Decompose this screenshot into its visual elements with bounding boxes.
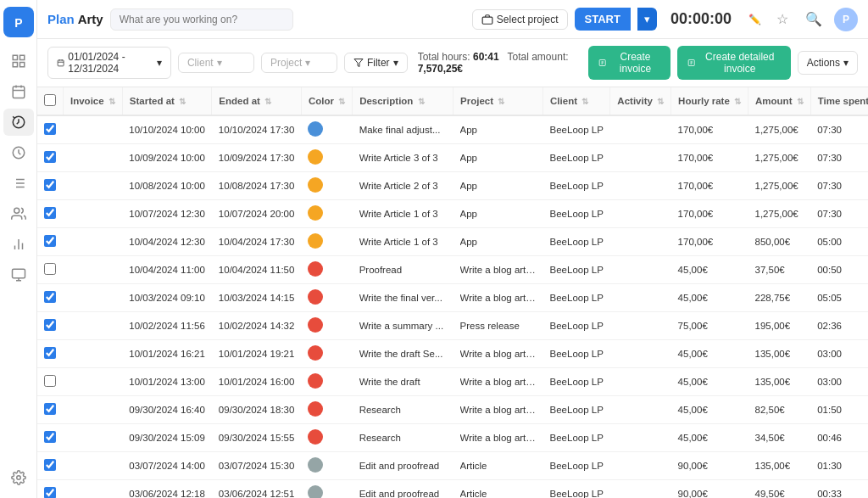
sidebar-item-history[interactable]: [3, 109, 34, 136]
search-icon[interactable]: 🔍: [800, 6, 827, 32]
row-client-1: BeeLoop LP: [543, 144, 610, 172]
svg-marker-32: [354, 59, 363, 67]
row-checkbox-cell-0[interactable]: [37, 115, 64, 144]
col-header-client[interactable]: Client ⇅: [543, 87, 610, 115]
col-header-project[interactable]: Project ⇅: [453, 87, 543, 115]
select-project-label: Select project: [497, 14, 559, 25]
row-checkbox-cell-11[interactable]: [37, 424, 64, 452]
row-checkbox-cell-3[interactable]: [37, 200, 64, 228]
actions-button[interactable]: Actions ▾: [798, 51, 858, 75]
row-checkbox-7[interactable]: [44, 319, 56, 331]
row-started-9: 10/01/2024 13:00: [122, 368, 212, 396]
row-checkbox-10[interactable]: [44, 403, 56, 415]
sidebar-item-people[interactable]: [3, 200, 34, 227]
star-icon[interactable]: ☆: [771, 6, 793, 32]
select-all-checkbox[interactable]: [44, 94, 56, 106]
row-project-6: Write a blog article about dog food: [453, 284, 543, 312]
sidebar-logo[interactable]: P: [3, 7, 34, 37]
logo-arty-text: Arty: [78, 12, 103, 26]
row-checkbox-9[interactable]: [44, 375, 56, 387]
sidebar-item-monitor[interactable]: [3, 261, 34, 288]
project-filter[interactable]: Project ▾: [261, 53, 337, 73]
timer-display: 00:00:00: [664, 10, 738, 28]
table-row: 03/07/2024 14:00 03/07/2024 15:30 Edit a…: [37, 452, 868, 480]
col-header-description[interactable]: Description ⇅: [353, 87, 453, 115]
search-input[interactable]: [110, 8, 294, 31]
row-checkbox-cell-10[interactable]: [37, 396, 64, 424]
sidebar-item-list[interactable]: [3, 170, 34, 197]
main-content: PlanArty Select project START ▾ 00:00:00…: [37, 0, 868, 498]
row-desc-12: Edit and proofread: [353, 452, 453, 480]
svg-line-11: [13, 116, 14, 118]
amount-sort-icon: ⇅: [797, 97, 804, 106]
row-time-13: 00:33: [810, 480, 868, 499]
row-checkbox-5[interactable]: [44, 263, 56, 275]
avatar[interactable]: P: [834, 8, 858, 31]
row-checkbox-cell-6[interactable]: [37, 284, 64, 312]
row-checkbox-cell-9[interactable]: [37, 368, 64, 396]
row-color-3: [301, 200, 352, 228]
sidebar-item-chart[interactable]: [3, 231, 34, 258]
row-checkbox-8[interactable]: [44, 347, 56, 359]
row-desc-5: Proofread: [353, 256, 453, 284]
create-invoice-label: Create invoice: [610, 51, 661, 75]
row-amount-5: 37,50€: [748, 256, 811, 284]
row-checkbox-cell-12[interactable]: [37, 452, 64, 480]
col-header-amount[interactable]: Amount ⇅: [748, 87, 811, 115]
row-checkbox-cell-5[interactable]: [37, 256, 64, 284]
sidebar-item-clock[interactable]: [3, 139, 34, 166]
timer-edit-icon[interactable]: ✏️: [745, 10, 765, 29]
row-started-2: 10/08/2024 10:00: [122, 172, 212, 200]
desc-sort-icon: ⇅: [418, 97, 425, 106]
sidebar-item-grid[interactable]: [3, 48, 34, 75]
row-checkbox-13[interactable]: [44, 487, 56, 498]
row-checkbox-3[interactable]: [44, 207, 56, 219]
row-checkbox-0[interactable]: [44, 123, 56, 135]
row-checkbox-cell-13[interactable]: [37, 480, 64, 499]
row-checkbox-cell-1[interactable]: [37, 144, 64, 172]
actions-chevron: ▾: [843, 57, 849, 69]
row-color-0: [301, 115, 352, 144]
sidebar-item-calendar[interactable]: [3, 78, 34, 105]
select-project-btn[interactable]: Select project: [472, 9, 568, 30]
table-row: 10/03/2024 09:10 10/03/2024 14:15 Write …: [37, 284, 868, 312]
svg-text:P: P: [14, 16, 22, 30]
col-header-ended[interactable]: Ended at ⇅: [212, 87, 302, 115]
row-rate-2: 170,00€: [671, 172, 748, 200]
create-invoice-button[interactable]: Create invoice: [588, 46, 670, 80]
col-header-rate[interactable]: Hourly rate ⇅: [671, 87, 748, 115]
col-header-time[interactable]: Time spent ⇅: [810, 87, 868, 115]
col-header-checkbox[interactable]: [37, 87, 64, 115]
col-header-started[interactable]: Started at ⇅: [122, 87, 212, 115]
row-ended-2: 10/08/2024 17:30: [212, 172, 302, 200]
row-checkbox-12[interactable]: [44, 459, 56, 471]
col-header-invoice[interactable]: Invoice ⇅: [64, 87, 123, 115]
create-detailed-invoice-label: Create detailed invoice: [699, 51, 781, 75]
row-activity-6: [610, 284, 671, 312]
client-filter[interactable]: Client ▾: [178, 53, 254, 73]
row-color-7: [301, 312, 352, 340]
sidebar-item-settings[interactable]: [3, 464, 34, 491]
filter-button[interactable]: Filter ▾: [344, 53, 408, 73]
col-header-activity[interactable]: Activity ⇅: [610, 87, 671, 115]
row-checkbox-cell-8[interactable]: [37, 340, 64, 368]
row-client-9: BeeLoop LP: [543, 368, 610, 396]
row-activity-11: [610, 424, 671, 452]
row-checkbox-2[interactable]: [44, 179, 56, 191]
row-checkbox-cell-4[interactable]: [37, 228, 64, 256]
date-range-picker[interactable]: 01/01/2024 - 12/31/2024 ▾: [47, 47, 171, 79]
row-checkbox-1[interactable]: [44, 151, 56, 163]
create-detailed-invoice-button[interactable]: Create detailed invoice: [677, 46, 790, 80]
col-header-color[interactable]: Color ⇅: [301, 87, 352, 115]
row-checkbox-6[interactable]: [44, 291, 56, 303]
start-button[interactable]: START: [575, 8, 631, 31]
row-checkbox-cell-7[interactable]: [37, 312, 64, 340]
row-checkbox-4[interactable]: [44, 235, 56, 247]
row-invoice-5: [64, 256, 123, 284]
activity-sort-icon: ⇅: [657, 97, 664, 106]
row-checkbox-cell-2[interactable]: [37, 172, 64, 200]
row-checkbox-11[interactable]: [44, 431, 56, 443]
start-dropdown-button[interactable]: ▾: [637, 8, 657, 31]
row-amount-8: 135,00€: [748, 340, 811, 368]
row-started-12: 03/07/2024 14:00: [122, 452, 212, 480]
